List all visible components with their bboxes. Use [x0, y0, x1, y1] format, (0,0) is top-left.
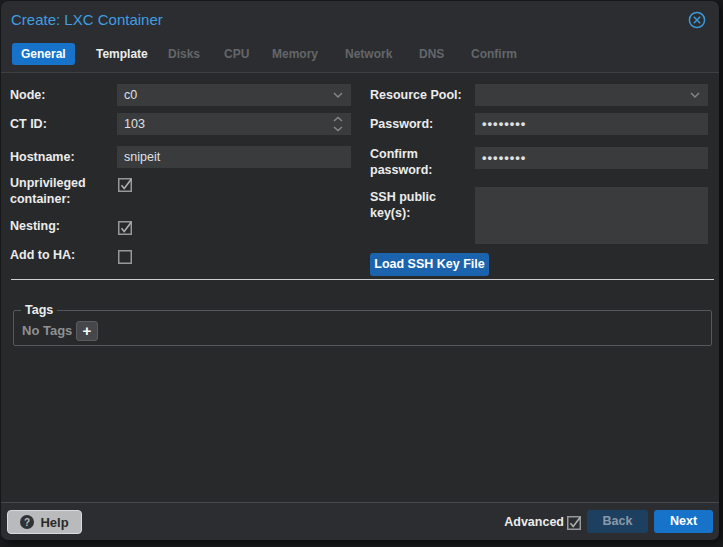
node-combo[interactable]: c0: [117, 84, 351, 106]
advanced-checkbox[interactable]: [567, 515, 581, 529]
footer-bar: ? Help Advanced Back Next: [1, 504, 719, 540]
no-tags-text: No Tags: [22, 323, 72, 339]
nesting-label: Nesting:: [10, 219, 114, 235]
tags-legend: Tags: [21, 304, 57, 317]
password-value: ••••••••: [482, 116, 526, 131]
tab-dns: DNS: [410, 43, 453, 65]
hostname-input[interactable]: snipeit: [117, 146, 351, 168]
resource-pool-dropdown-icon[interactable]: [688, 84, 702, 106]
add-to-ha-checkbox[interactable]: [118, 249, 132, 263]
tab-general[interactable]: General: [12, 43, 75, 65]
svg-text:?: ?: [24, 517, 30, 528]
password-label: Password:: [370, 113, 474, 135]
ctid-label: CT ID:: [10, 113, 114, 135]
form-panel: Node: c0 CT ID: 103 Hostname: snipeit Un…: [1, 72, 719, 503]
help-label: Help: [40, 515, 68, 530]
help-button[interactable]: ? Help: [7, 510, 82, 534]
tags-fieldset: Tags No Tags +: [13, 310, 712, 346]
create-lxc-container-dialog: Create: LXC Container General Template D…: [1, 1, 719, 540]
hostname-value: snipeit: [124, 150, 160, 164]
password-input[interactable]: ••••••••: [475, 113, 708, 135]
add-to-ha-label: Add to HA:: [10, 248, 114, 264]
resource-pool-combo[interactable]: [475, 84, 708, 106]
advanced-separator: [11, 279, 714, 280]
back-button: Back: [587, 510, 648, 533]
add-tag-button[interactable]: +: [76, 321, 98, 341]
ctid-value: 103: [124, 117, 145, 131]
unprivileged-label: Unprivileged container:: [10, 176, 114, 207]
tab-memory: Memory: [263, 43, 327, 65]
dialog-title: Create: LXC Container: [11, 11, 163, 28]
tab-cpu: CPU: [215, 43, 258, 65]
unprivileged-checkbox[interactable]: [118, 177, 132, 191]
resource-pool-label: Resource Pool:: [370, 84, 474, 106]
load-ssh-key-file-button[interactable]: Load SSH Key File: [370, 253, 489, 276]
nesting-checkbox[interactable]: [118, 220, 132, 234]
next-button[interactable]: Next: [654, 510, 713, 533]
hostname-label: Hostname:: [10, 146, 114, 168]
node-label: Node:: [10, 84, 114, 106]
advanced-label: Advanced: [504, 504, 564, 540]
tab-disks: Disks: [159, 43, 209, 65]
tab-confirm: Confirm: [462, 43, 526, 65]
tab-template[interactable]: Template: [87, 43, 157, 65]
confirm-password-label: Confirm password:: [370, 147, 474, 178]
ssh-key-textarea[interactable]: [475, 187, 708, 244]
ctid-spinner[interactable]: 103: [117, 113, 351, 135]
node-value: c0: [124, 88, 137, 102]
close-icon[interactable]: [688, 11, 706, 29]
ctid-spin-icons[interactable]: [331, 113, 345, 135]
ssh-key-label: SSH public key(s):: [370, 190, 474, 221]
confirm-password-value: ••••••••: [482, 150, 526, 165]
tab-network: Network: [336, 43, 401, 65]
question-circle-icon: ?: [20, 515, 34, 529]
node-dropdown-icon[interactable]: [331, 84, 345, 106]
confirm-password-input[interactable]: ••••••••: [475, 147, 708, 169]
